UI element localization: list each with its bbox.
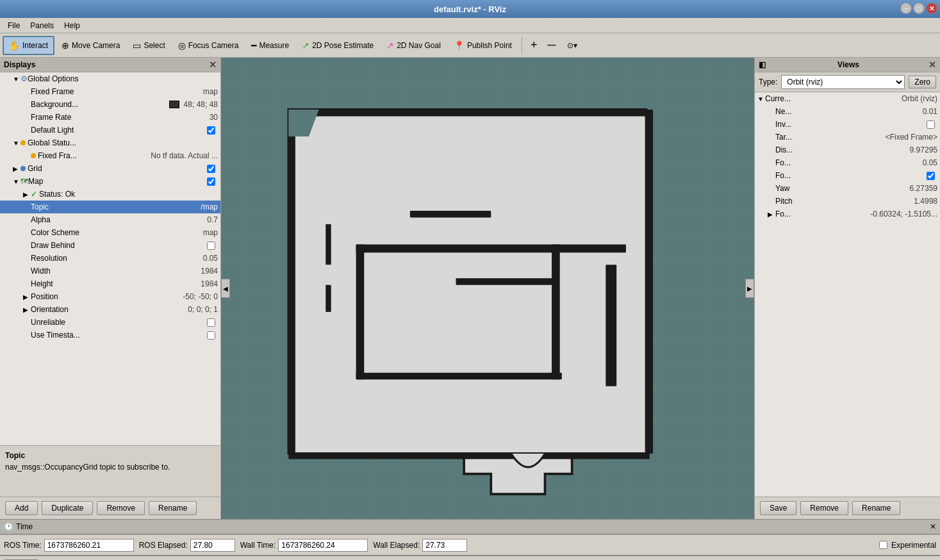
minimize-button[interactable]: ─ xyxy=(900,3,912,14)
rename-button[interactable]: Rename xyxy=(149,501,197,515)
tree-item-resolution[interactable]: Resolution 0.05 xyxy=(0,252,220,265)
views-tree-item-focal[interactable]: ▶ Fo... -0.60324; -1.5105... xyxy=(755,208,940,220)
label-current: Curre... xyxy=(765,94,899,103)
views-tree-item-pitch[interactable]: Pitch 1.4998 xyxy=(755,195,940,208)
tree-item-color-scheme[interactable]: Color Scheme map xyxy=(0,226,220,239)
viewport[interactable]: ◀ ▶ xyxy=(221,58,754,519)
label-unreliable: Unreliable xyxy=(31,318,207,327)
ros-elapsed-label: ROS Elapsed: xyxy=(139,541,188,550)
maximize-button[interactable]: □ xyxy=(913,3,925,14)
menu-help[interactable]: Help xyxy=(59,20,85,31)
tree-item-topic[interactable]: Topic /map xyxy=(0,201,220,213)
toolbar-separator-1 xyxy=(522,37,522,54)
arrow-global-status[interactable]: ▼ xyxy=(13,140,21,147)
value-height: 1984 xyxy=(201,279,218,288)
tree-item-use-timestamp[interactable]: Use Timesta... xyxy=(0,329,220,342)
views-tree-item-fov1[interactable]: Fo... 0.05 xyxy=(755,156,940,169)
check-icon: ✓ xyxy=(31,190,37,199)
views-tree-item-current[interactable]: ▼ Curre... Orbit (rviz) xyxy=(755,92,940,105)
tree-item-draw-behind[interactable]: Draw Behind xyxy=(0,239,220,252)
tree-item-fixed-frame[interactable]: Fixed Frame map xyxy=(0,85,220,98)
tree-item-default-light[interactable]: Default Light xyxy=(0,124,220,136)
label-global-options: Global Options xyxy=(28,74,218,83)
arrow-map[interactable]: ▼ xyxy=(13,178,21,185)
arrow-status[interactable]: ▶ xyxy=(23,191,31,198)
menubar: File Panels Help xyxy=(0,18,940,33)
views-panel-header: ◧ Views ✕ xyxy=(755,58,940,72)
svg-rect-4 xyxy=(456,278,554,285)
time-close-button[interactable]: ✕ xyxy=(930,522,936,531)
views-remove-button[interactable]: Remove xyxy=(800,501,848,515)
views-type-select[interactable]: Orbit (rviz) xyxy=(781,75,905,89)
displays-close-button[interactable]: ✕ xyxy=(209,60,217,70)
views-rename-button[interactable]: Rename xyxy=(852,501,900,515)
checkbox-invert[interactable] xyxy=(927,120,935,129)
tree-item-global-status[interactable]: ▼ Global Statu... xyxy=(0,136,220,149)
wall-elapsed-input[interactable] xyxy=(422,539,467,552)
checkbox-draw-behind[interactable] xyxy=(207,242,215,250)
tree-item-grid[interactable]: ▶ Grid xyxy=(0,162,220,175)
arrow-focal[interactable]: ▶ xyxy=(768,211,775,218)
menu-panels[interactable]: Panels xyxy=(25,20,59,31)
tree-item-height[interactable]: Height 1984 xyxy=(0,277,220,290)
interact-button[interactable]: ✋ Interact xyxy=(3,36,54,55)
tree-item-frame-rate[interactable]: Frame Rate 30 xyxy=(0,111,220,124)
remove-button[interactable]: Remove xyxy=(97,501,145,515)
views-tree-item-invert[interactable]: Inv... xyxy=(755,118,940,131)
checkbox-unreliable[interactable] xyxy=(207,318,215,327)
left-collapse-arrow[interactable]: ◀ xyxy=(221,279,230,298)
views-tree-item-distance[interactable]: Dis... 9.97295 xyxy=(755,144,940,156)
views-tree-item-yaw[interactable]: Yaw 6.27359 xyxy=(755,182,940,195)
tree-item-width[interactable]: Width 1984 xyxy=(0,265,220,277)
publish-point-button[interactable]: 📍 Publish Point xyxy=(448,36,518,55)
duplicate-button[interactable]: Duplicate xyxy=(42,501,93,515)
arrow-current-view[interactable]: ▼ xyxy=(757,95,765,103)
checkbox-default-light[interactable] xyxy=(207,126,215,135)
experimental-checkbox[interactable] xyxy=(879,541,887,549)
select-button[interactable]: ▭ Select xyxy=(127,36,170,55)
zoom-out-button[interactable]: ─ xyxy=(543,36,560,55)
tree-item-alpha[interactable]: Alpha 0.7 xyxy=(0,213,220,226)
views-tree[interactable]: ▼ Curre... Orbit (rviz) Ne... 0.01 Inv..… xyxy=(755,92,940,497)
tree-item-status-ok[interactable]: ▶ ✓ Status: Ok xyxy=(0,188,220,201)
zoom-in-button[interactable]: + xyxy=(526,36,542,55)
views-tree-item-fov2[interactable]: Fo... xyxy=(755,169,940,182)
views-tree-item-target[interactable]: Tar... <Fixed Frame> xyxy=(755,131,940,144)
titlebar-controls[interactable]: ─ □ ✕ xyxy=(900,3,937,14)
add-button[interactable]: Add xyxy=(5,501,38,515)
focus-camera-button[interactable]: ◎ Focus Camera xyxy=(172,36,245,55)
views-zero-button[interactable]: Zero xyxy=(909,76,936,88)
checkbox-grid[interactable] xyxy=(207,165,215,173)
views-tree-item-near[interactable]: Ne... 0.01 xyxy=(755,105,940,118)
tree-item-orientation[interactable]: ▶ Orientation 0; 0; 0; 1 xyxy=(0,303,220,316)
right-collapse-arrow[interactable]: ▶ xyxy=(745,279,754,298)
displays-tree[interactable]: ▼ ⚙ Global Options Fixed Frame map Backg… xyxy=(0,72,220,445)
move-camera-button[interactable]: ⊕ Move Camera xyxy=(56,36,126,55)
checkbox-map[interactable] xyxy=(207,177,215,186)
arrow-orientation[interactable]: ▶ xyxy=(23,306,31,313)
ros-elapsed-input[interactable] xyxy=(190,539,235,552)
tree-item-unreliable[interactable]: Unreliable xyxy=(0,316,220,329)
wall-time-input[interactable] xyxy=(278,539,368,552)
views-save-button[interactable]: Save xyxy=(760,501,796,515)
menu-file[interactable]: File xyxy=(3,20,25,31)
tree-item-background[interactable]: Background... 48; 48; 48 xyxy=(0,98,220,111)
tree-item-position[interactable]: ▶ Position -50; -50; 0 xyxy=(0,290,220,303)
tree-item-fixed-frame-status[interactable]: Fixed Fra... No tf data. Actual ... xyxy=(0,149,220,162)
value-background: 48; 48; 48 xyxy=(184,100,218,109)
tree-item-global-options[interactable]: ▼ ⚙ Global Options xyxy=(0,72,220,85)
checkbox-fov2[interactable] xyxy=(927,172,935,180)
ros-time-input[interactable] xyxy=(44,539,134,552)
camera-options-button[interactable]: ⊙▾ xyxy=(561,36,583,55)
views-close-button[interactable]: ✕ xyxy=(928,60,936,70)
close-button[interactable]: ✕ xyxy=(926,3,937,14)
tree-item-map[interactable]: ▼ 🗺 Map xyxy=(0,175,220,188)
nav-goal-button[interactable]: ↗ 2D Nav Goal xyxy=(381,36,447,55)
arrow-global-options[interactable]: ▼ xyxy=(13,76,21,83)
measure-button[interactable]: ━ Measure xyxy=(245,36,295,55)
arrow-grid[interactable]: ▶ xyxy=(13,165,21,172)
arrow-position[interactable]: ▶ xyxy=(23,293,31,301)
pose-estimate-button[interactable]: ↗ 2D Pose Estimate xyxy=(296,36,379,55)
svg-rect-6 xyxy=(410,211,491,218)
checkbox-use-timestamp[interactable] xyxy=(207,331,215,340)
